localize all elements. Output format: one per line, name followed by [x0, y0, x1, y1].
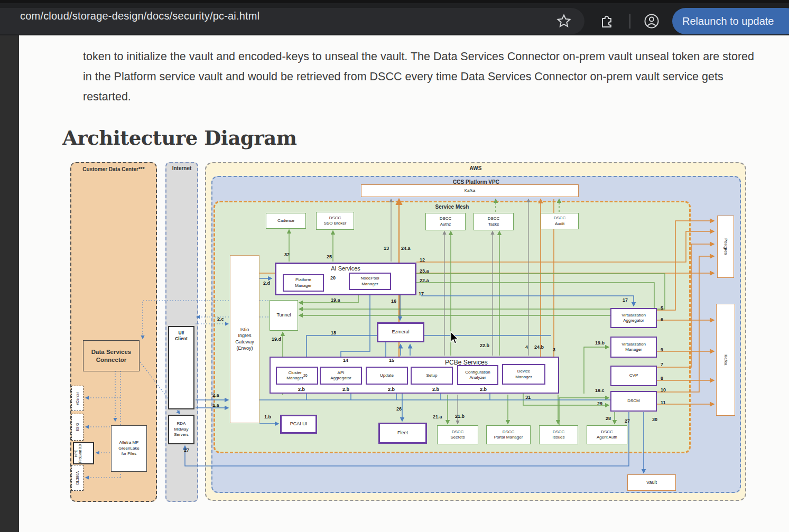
conn-label-5: 5 [661, 305, 663, 311]
conn-label-17a: 17 [419, 291, 424, 296]
box-istio-ingress-gateway: Istio Ingres Gateway (Envoy) [230, 255, 259, 423]
conn-label-6: 6 [661, 317, 663, 322]
box-setup: Setup [411, 367, 453, 385]
vcenter-label: vCenter [75, 392, 80, 405]
conn-label-2d: 2.d [263, 281, 270, 286]
conn-label-3: 3 [553, 347, 555, 352]
browser-window: com/cloud/storage-design/docs/security/p… [0, 0, 789, 532]
box-cluster-manager: Cluster Manager26 [276, 367, 318, 385]
conn-label-2b-5: 2.b [480, 387, 487, 392]
box-dscc-audit: DSCC Audit [541, 213, 579, 229]
box-vault: Vault [627, 474, 676, 491]
box-device-manager: Device Manager [502, 364, 545, 385]
conn-label-24a: 24.a [401, 246, 411, 251]
box-dscc-tasks: DSCC Tasks [474, 213, 514, 230]
conn-label-17b: 17 [623, 297, 628, 303]
doc-paragraph: token to initialize the vault and encode… [83, 46, 755, 107]
conn-label-25: 25 [327, 254, 332, 259]
conn-label-23a: 23.a [420, 268, 429, 274]
conn-label-15: 15 [389, 358, 394, 363]
conn-label-7: 7 [661, 362, 663, 367]
box-data-services-connector: Data Services Connector [83, 340, 140, 371]
conn-label-19a: 19.a [331, 297, 340, 303]
box-kafka-right: Kafka [716, 304, 735, 416]
box-postgres: Postgres [717, 216, 734, 278]
url-text[interactable]: com/cloud/storage-design/docs/security/p… [20, 10, 259, 22]
box-dscc-portal-manager: DSCC Portal Manager [486, 425, 531, 444]
conn-label-22a: 22.a [420, 278, 429, 283]
conn-label-31: 31 [525, 395, 531, 400]
box-cvp: CVP [610, 366, 657, 386]
conn-label-8: 8 [661, 376, 663, 381]
conn-label-2b-2: 2.b [342, 387, 349, 392]
box-configuration-analyzer: Configuration Analyzer [457, 365, 498, 385]
box-ui-client: UI/ Client [168, 326, 194, 409]
conn-label-2a: 2.a [212, 393, 219, 398]
conn-label-27-rda: 27 [184, 447, 189, 453]
box-nodepool-manager: NodePool Manager [349, 273, 391, 290]
cluster-manager-subscript: 26 [303, 373, 308, 378]
box-hpe-proliant: HPE ProLiant 8.0 [73, 442, 94, 464]
hpe-proliant-label: HPE ProLiant 8.0 [74, 443, 93, 463]
box-virtualization-manager: Virtualization Manager [610, 337, 657, 358]
box-platform-manager: Platform Manager [283, 274, 324, 292]
postgres-label: Postgres [723, 238, 728, 255]
conn-label-9: 9 [661, 347, 663, 352]
conn-label-4: 4 [525, 344, 528, 350]
mouse-cursor [451, 332, 458, 343]
browser-toolbar: com/cloud/storage-design/docs/security/p… [0, 0, 789, 35]
architecture-diagram: Customer Data Center*** Internet AWS CCS… [62, 156, 747, 505]
conn-label-27-dscm: 27 [625, 418, 630, 424]
dl380a-label: DL380A [75, 471, 80, 484]
box-update: Update [366, 367, 408, 385]
box-dscc-authz: DSCC Authz [425, 213, 466, 230]
kafka-right-label: Kafka [723, 354, 728, 365]
relaunch-to-update-button[interactable]: Relaunch to update [672, 8, 789, 34]
box-ezmeral: Ezmeral [377, 322, 424, 342]
conn-label-16: 16 [391, 298, 396, 304]
conn-label-21a: 21.a [433, 414, 442, 419]
box-esxi: ESXi [71, 414, 83, 441]
box-alletra-mp-greenlake: Alletra MP GreenLake for Files [111, 425, 147, 472]
box-api-aggregator: API Aggregator [320, 367, 362, 385]
box-fleet: Fleet [378, 423, 427, 444]
conn-label-12: 12 [420, 257, 425, 263]
conn-label-2c: 2.c [217, 316, 224, 322]
conn-label-19d: 19.d [272, 337, 281, 342]
conn-label-29: 29 [597, 401, 602, 406]
conn-label-18: 18 [331, 330, 336, 335]
box-virtualization-aggregator: Virtualization Aggregator [610, 308, 657, 328]
esxi-label: ESXi [75, 423, 80, 432]
conn-label-10: 10 [661, 387, 666, 393]
toolbar-divider [629, 14, 630, 29]
page-title: Architecture Diagram [62, 126, 296, 150]
conn-label-2b-4: 2.b [432, 387, 439, 392]
conn-label-26: 26 [396, 406, 402, 412]
box-dscc-sso-broker: DSCC SSO Broker [316, 212, 354, 230]
box-dscm: DSCM [610, 391, 657, 412]
conn-label-32: 32 [284, 252, 290, 257]
conn-label-28: 28 [606, 416, 611, 421]
conn-label-2b-1: 2.b [298, 387, 305, 392]
bookmark-star-icon[interactable] [556, 13, 572, 29]
conn-label-11: 11 [661, 400, 666, 405]
conn-label-14: 14 [343, 358, 348, 363]
profile-icon[interactable] [644, 13, 660, 29]
box-rda-midway-servers: RDA Midway Servers [168, 415, 194, 444]
conn-label-19c: 19.c [595, 388, 605, 393]
conn-label-13: 13 [384, 246, 389, 251]
conn-label-1a: 1.a [212, 403, 219, 408]
conn-label-21b: 21.b [455, 414, 465, 419]
box-tunnel: Tunnel [270, 300, 298, 331]
extensions-puzzle-icon[interactable] [599, 13, 615, 29]
ai-services-title: AI Services [331, 265, 360, 272]
box-cadence: Cadence [266, 213, 306, 229]
conn-label-19b: 19.b [595, 340, 605, 346]
conn-label-20: 20 [330, 275, 336, 281]
conn-label-24b: 24.b [534, 344, 544, 350]
conn-label-22b: 22.b [480, 343, 489, 348]
box-pcai-ui: PCAI UI [280, 415, 317, 434]
box-kafka-top: Kafka [361, 184, 579, 197]
conn-label-30: 30 [652, 417, 657, 422]
box-dscc-issues: DSCC Issues [539, 425, 578, 444]
